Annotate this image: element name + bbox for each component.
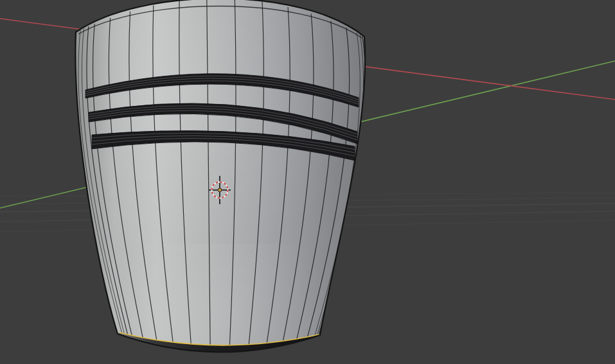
viewport-canvas[interactable] <box>0 0 615 364</box>
cursor-center-dot <box>218 188 222 192</box>
blender-3d-viewport[interactable] <box>0 0 615 364</box>
